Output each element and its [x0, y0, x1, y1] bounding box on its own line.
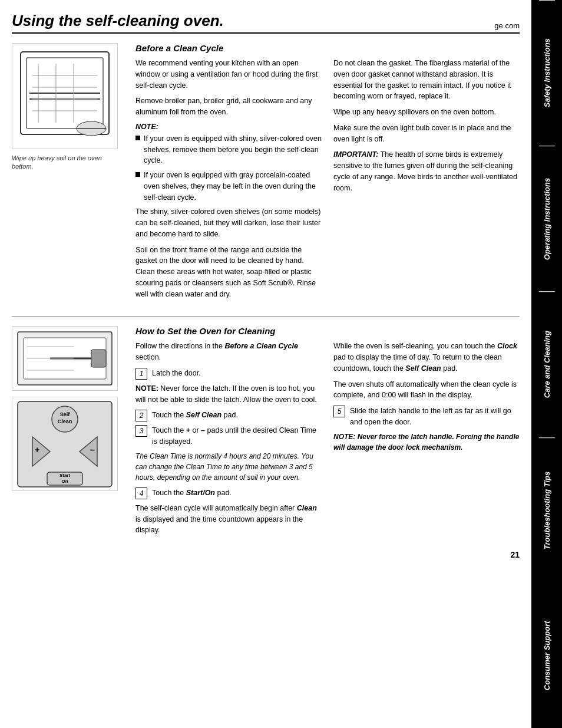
- main-content: Using the self-cleaning oven. ge.com: [0, 0, 531, 728]
- section-divider: [12, 316, 520, 317]
- oven-image-caption: Wipe up heavy soil on the oven bottom.: [12, 154, 124, 171]
- before-clean-heading: Before a Clean Cycle: [135, 43, 520, 53]
- bc2-para1: Do not clean the gasket. The fiberglass …: [333, 58, 520, 102]
- bullet-text-2: If your oven is equipped with gray porce…: [144, 170, 322, 203]
- ht-italic-note: The Clean Time is normally 4 hours and 2…: [135, 451, 322, 483]
- ht-para1: Follow the directions in the Before a Cl…: [135, 341, 322, 363]
- step-2: 2 Touch the Self Clean pad.: [135, 410, 322, 421]
- right-col-top: Before a Clean Cycle We recommend ventin…: [135, 43, 520, 304]
- important-label: IMPORTANT:: [333, 150, 378, 159]
- ht-para-end: The self-clean cycle will automatically …: [135, 503, 322, 536]
- page-header: Using the self-cleaning oven. ge.com: [12, 12, 520, 34]
- right-col-bottom: How to Set the Oven for Cleaning Follow …: [135, 326, 520, 541]
- sidebar-tab-consumer[interactable]: Consumer Support: [539, 583, 555, 728]
- bullet-icon-2: [135, 172, 140, 177]
- page-number: 21: [12, 550, 520, 559]
- step-5-num: 5: [333, 406, 345, 417]
- step-5-text: Slide the latch handle to the left as fa…: [350, 406, 520, 428]
- step-3-text: Touch the + or – pads until the desired …: [152, 425, 322, 447]
- left-col-bottom: Self Clean + – Start On: [12, 326, 124, 541]
- svg-text:Self: Self: [60, 411, 71, 417]
- svg-rect-17: [91, 350, 106, 367]
- top-section: Wipe up heavy soil on the oven bottom. B…: [12, 43, 520, 304]
- svg-text:–: –: [90, 445, 95, 454]
- bc2-para3: Make sure the oven light bulb cover is i…: [333, 123, 520, 145]
- sidebar-tab-operating[interactable]: Operating Instructions: [539, 146, 555, 291]
- sidebar-tab-troubleshooting[interactable]: Troubleshooting Tips: [539, 437, 555, 583]
- ht2-para2: The oven shuts off automatically when th…: [333, 379, 520, 401]
- bottom-section: Self Clean + – Start On: [12, 326, 520, 541]
- bullet-item-1: If your oven is equipped with shiny, sil…: [135, 133, 322, 166]
- ht2-note2: NOTE: Never force the latch handle. Forc…: [333, 431, 520, 453]
- website-url: ge.com: [494, 21, 520, 30]
- how-to-text: Follow the directions in the Before a Cl…: [135, 341, 520, 541]
- step-5: 5 Slide the latch handle to the left as …: [333, 406, 520, 428]
- bc-para2: Remove broiler pan, broiler grid, all co…: [135, 95, 322, 118]
- step-3: 3 Touch the + or – pads until the desire…: [135, 425, 322, 447]
- how-to-col1: Follow the directions in the Before a Cl…: [135, 341, 322, 541]
- bullet-item-2: If your oven is equipped with gray porce…: [135, 170, 322, 203]
- before-clean-col2: Do not clean the gasket. The fiberglass …: [333, 58, 520, 304]
- page-title: Using the self-cleaning oven.: [12, 12, 224, 30]
- bc-para1: We recommend venting your kitchen with a…: [135, 58, 322, 91]
- before-clean-text: We recommend venting your kitchen with a…: [135, 58, 520, 304]
- svg-text:On: On: [61, 479, 68, 484]
- ht-note1: NOTE: Never force the latch. If the oven…: [135, 383, 322, 406]
- svg-text:+: +: [35, 445, 39, 454]
- note-label: NOTE:: [135, 123, 322, 131]
- step-4-num: 4: [135, 487, 147, 499]
- how-to-col2: While the oven is self-cleaning, you can…: [333, 341, 520, 541]
- oven-image: [12, 43, 118, 149]
- bc-para3: The shiny, silver-colored oven shelves (…: [135, 206, 322, 239]
- oven-panel-image-top: [12, 326, 118, 391]
- step-3-num: 3: [135, 425, 147, 437]
- bullet-icon-1: [135, 136, 140, 140]
- sidebar-tab-care[interactable]: Care and Cleaning: [539, 291, 555, 437]
- svg-text:Clean: Clean: [58, 419, 72, 424]
- step-1: 1 Latch the door.: [135, 368, 322, 380]
- bc-para4: Soil on the front frame of the range and…: [135, 245, 322, 300]
- ht2-para1: While the oven is self-cleaning, you can…: [333, 341, 520, 374]
- bc2-para4: IMPORTANT: The health of some birds is e…: [333, 149, 520, 193]
- oven-panel-image-bottom: Self Clean + – Start On: [12, 397, 118, 491]
- step-1-num: 1: [135, 368, 147, 380]
- step-4: 4 Touch the Start/On pad.: [135, 487, 322, 499]
- how-to-heading: How to Set the Oven for Cleaning: [135, 326, 520, 336]
- step-4-text: Touch the Start/On pad.: [152, 487, 322, 499]
- left-col-top: Wipe up heavy soil on the oven bottom.: [12, 43, 124, 304]
- step-2-text: Touch the Self Clean pad.: [152, 410, 322, 421]
- bullet-text-1: If your oven is equipped with shiny, sil…: [144, 133, 322, 166]
- step-2-num: 2: [135, 410, 147, 421]
- sidebar-tab-safety[interactable]: Safety Instructions: [539, 0, 555, 146]
- svg-text:Start: Start: [59, 473, 71, 478]
- step-1-text: Latch the door.: [152, 368, 322, 380]
- right-sidebar: Safety Instructions Operating Instructio…: [531, 0, 562, 728]
- bc2-para2: Wipe up any heavy spillovers on the oven…: [333, 107, 520, 118]
- before-clean-col1: We recommend venting your kitchen with a…: [135, 58, 322, 304]
